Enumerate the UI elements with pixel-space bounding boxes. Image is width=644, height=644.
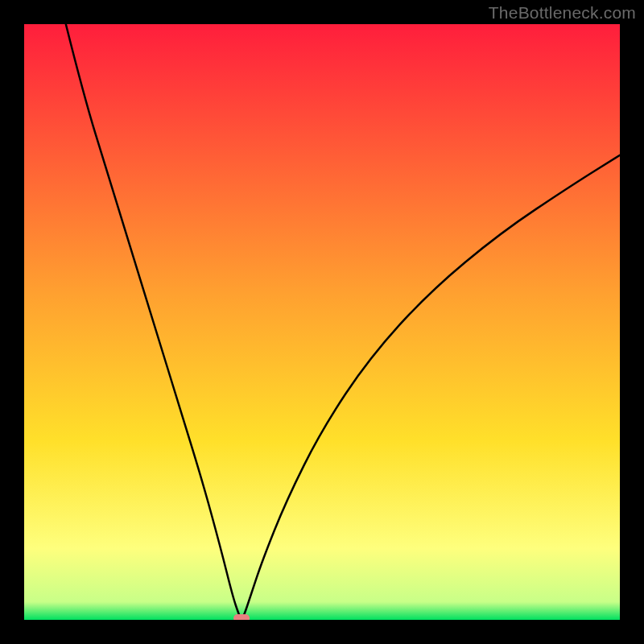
- watermark-text: TheBottleneck.com: [489, 3, 636, 23]
- chart-frame: TheBottleneck.com: [0, 0, 644, 644]
- optimal-marker: [233, 614, 250, 620]
- gradient-background: [24, 24, 620, 620]
- plot-area: [24, 24, 620, 620]
- chart-svg: [24, 24, 620, 620]
